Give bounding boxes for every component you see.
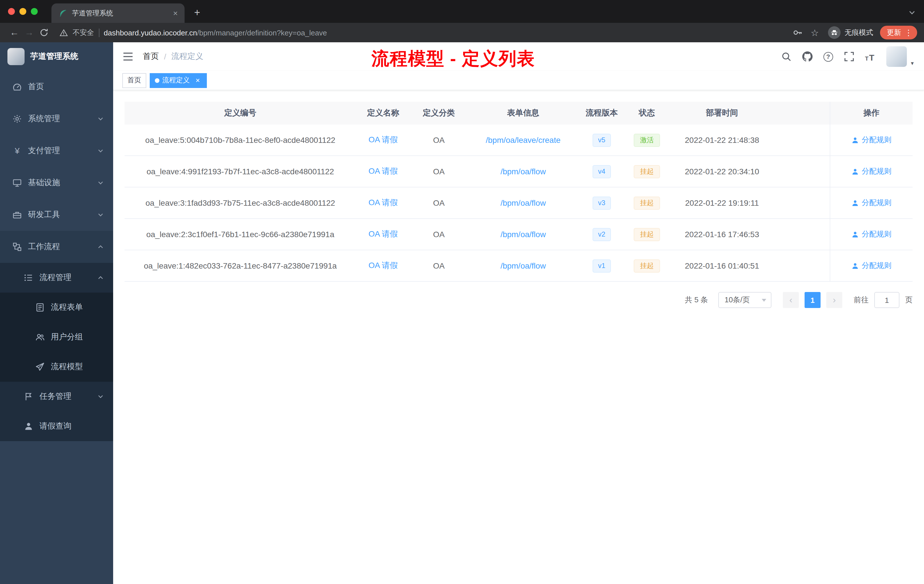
window-zoom-button[interactable] [31, 8, 38, 15]
form-icon [35, 303, 45, 312]
update-button[interactable]: 更新 ⋮ [880, 26, 917, 40]
header-actions: ? TT ▾ [781, 46, 915, 67]
assign-rule-link[interactable]: 分配规则 [851, 135, 891, 145]
tab-close-icon[interactable]: × [171, 8, 180, 18]
tag-close-icon[interactable]: × [194, 76, 202, 84]
user-icon [851, 262, 859, 269]
user-avatar[interactable]: ▾ [886, 46, 907, 67]
sidebar-item-infrastructure[interactable]: 基础设施 [0, 167, 113, 199]
column-header-definition-name: 定义名称 [356, 102, 410, 125]
form-link[interactable]: /bpm/oa/flow [501, 167, 546, 176]
cell-filler [775, 125, 830, 155]
browser-tab[interactable]: 芋道管理系统 × [51, 3, 185, 23]
assign-rule-link[interactable]: 分配规则 [851, 198, 891, 208]
sidebar-item-workflow[interactable]: 工作流程 [0, 231, 113, 263]
page-1-button[interactable]: 1 [805, 292, 820, 308]
github-icon[interactable] [802, 51, 812, 62]
definition-name-link[interactable]: OA 请假 [369, 261, 398, 271]
font-size-icon[interactable]: TT [865, 51, 874, 62]
sidebar-item-leave-query[interactable]: 请假查询 [0, 411, 113, 441]
list-icon [24, 273, 33, 282]
form-link[interactable]: /bpm/oa/flow [501, 261, 546, 270]
sidebar-item-process-model[interactable]: 流程模型 [0, 352, 113, 382]
sidebar-item-user-group[interactable]: 用户分组 [0, 322, 113, 352]
page-unit-label: 页 [905, 295, 912, 305]
cell-filler [775, 187, 830, 218]
sidebar-item-payment[interactable]: ¥ 支付管理 [0, 135, 113, 167]
app: 芋道管理系统 首页 系统管理 ¥ 支付管理 [0, 42, 924, 584]
site-favicon-icon [58, 8, 68, 18]
tag-process-definition[interactable]: 流程定义 × [150, 73, 207, 88]
form-link[interactable]: /bpm/oa/flow [501, 198, 546, 208]
help-icon[interactable]: ? [823, 52, 833, 61]
sidebar-item-home[interactable]: 首页 [0, 71, 113, 103]
page-size-select[interactable]: 10条/页 [718, 292, 771, 308]
assign-rule-link[interactable]: 分配规则 [851, 261, 891, 271]
sidebar-item-devtools[interactable]: 研发工具 [0, 199, 113, 231]
window-close-button[interactable] [8, 8, 15, 15]
incognito-label: 无痕模式 [845, 28, 873, 38]
browser-menu-icon[interactable]: ⋮ [904, 28, 912, 37]
sidebar-item-label: 用户分组 [51, 332, 83, 342]
form-link[interactable]: /bpm/oa/leave/create [486, 135, 561, 145]
fullscreen-icon[interactable] [844, 51, 854, 62]
browser-window: 芋道管理系统 × + ← → 不安全 dashboard.yudao.iocod… [0, 0, 924, 584]
sidebar-item-label: 工作流程 [28, 242, 60, 252]
definition-name-link[interactable]: OA 请假 [369, 135, 398, 145]
cell-category: OA [410, 219, 467, 250]
tab-search-chevron-icon[interactable] [908, 8, 916, 16]
logo[interactable]: 芋道管理系统 [0, 42, 113, 71]
table-row: oa_leave:4:991f2193-7b7f-11ec-a3c8-acde4… [125, 156, 912, 187]
prev-page-button[interactable]: ‹ [783, 292, 799, 308]
goto-page-input[interactable] [874, 292, 899, 308]
form-link[interactable]: /bpm/oa/flow [501, 230, 546, 239]
column-header-form-info: 表单信息 [467, 102, 579, 125]
table-row: oa_leave:1:482ec033-762a-11ec-8477-a2380… [125, 250, 912, 282]
address-bar[interactable]: 不安全 dashboard.yudao.iocoder.cn/bpm/manag… [56, 25, 783, 41]
definition-name-link[interactable]: OA 请假 [369, 198, 398, 208]
cell-filler [775, 156, 830, 187]
app-header: 首页 / 流程定义 ? TT [113, 42, 924, 71]
chevron-down-icon [97, 180, 104, 186]
incognito-badge: 无痕模式 [828, 26, 873, 39]
sidebar-item-task-management[interactable]: 任务管理 [0, 382, 113, 411]
assign-rule-label: 分配规则 [862, 135, 891, 145]
version-badge: v4 [592, 165, 611, 178]
gear-icon [13, 114, 22, 124]
sidebar-item-label: 基础设施 [28, 178, 60, 188]
sidebar-item-process-management[interactable]: 流程管理 [0, 263, 113, 292]
next-page-button[interactable]: › [826, 292, 842, 308]
sidebar-item-system[interactable]: 系统管理 [0, 103, 113, 135]
sidebar-item-label: 研发工具 [28, 210, 60, 220]
user-icon [851, 168, 859, 175]
send-icon [35, 362, 45, 371]
reload-icon[interactable] [36, 25, 51, 40]
new-tab-button[interactable]: + [190, 7, 204, 19]
status-badge: 挂起 [634, 228, 660, 241]
chevron-down-icon [97, 393, 104, 400]
goto-label: 前往 [854, 295, 869, 305]
definition-name-link[interactable]: OA 请假 [369, 229, 398, 239]
sidebar: 芋道管理系统 首页 系统管理 ¥ 支付管理 [0, 42, 113, 584]
hamburger-icon[interactable] [122, 51, 134, 62]
search-icon[interactable] [781, 51, 791, 62]
column-header-definition-id: 定义编号 [125, 102, 356, 125]
back-button[interactable]: ← [7, 25, 22, 40]
definition-name-link[interactable]: OA 请假 [369, 166, 398, 177]
sidebar-item-process-form[interactable]: 流程表单 [0, 292, 113, 322]
cell-deploy-time: 2022-01-22 20:34:10 [669, 156, 775, 187]
breadcrumb-home[interactable]: 首页 [143, 51, 159, 62]
tag-active-dot-icon [155, 78, 159, 82]
bookmark-star-icon[interactable]: ☆ [810, 27, 819, 38]
cell-filler [775, 219, 830, 250]
sidebar-item-label: 请假查询 [40, 421, 71, 431]
url-host: dashboard.yudao.iocoder.cn [104, 28, 197, 37]
forward-button[interactable]: → [22, 25, 36, 40]
pagination: 共 5 条 10条/页 ‹ 1 › 前往 页 [125, 292, 912, 308]
breadcrumb-separator: / [164, 52, 166, 61]
password-key-icon[interactable] [792, 27, 803, 38]
assign-rule-link[interactable]: 分配规则 [851, 229, 891, 239]
tag-home[interactable]: 首页 [122, 73, 146, 88]
window-minimize-button[interactable] [20, 8, 26, 15]
assign-rule-link[interactable]: 分配规则 [851, 166, 891, 177]
